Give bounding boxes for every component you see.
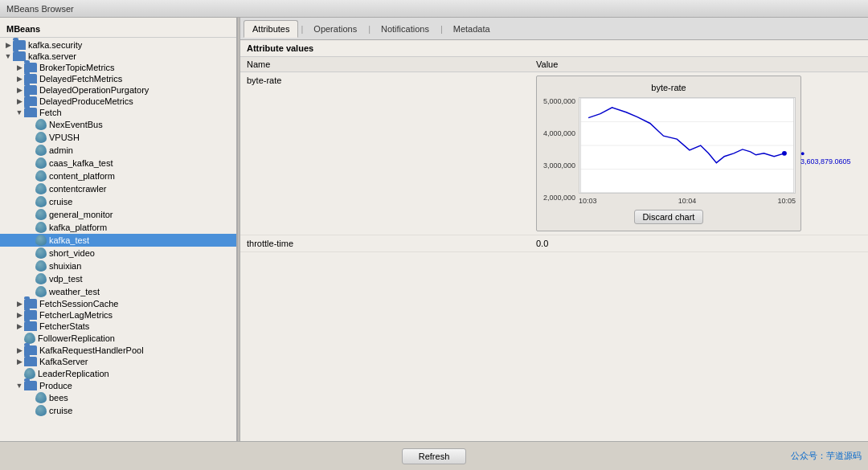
sidebar-item-cruise2[interactable]: cruise [0,404,236,417]
tabs-bar: Attributes | Operations | Notifications … [240,18,868,40]
sidebar-item-LeaderReplication[interactable]: LeaderReplication [0,367,236,380]
bean-icon [35,405,47,416]
tree-item-label: KafkaServer [39,357,88,366]
tree-item-label: short_video [49,248,95,258]
col-name: Name [240,57,530,72]
attr-name-throttle-time: throttle-time [240,235,530,252]
legend-value: 3,603,879.0605 [800,157,851,166]
sidebar-item-cruise[interactable]: cruise [0,195,236,208]
sidebar-item-general_monitor[interactable]: general_monitor [0,208,236,221]
expand-arrow[interactable] [3,52,13,60]
sidebar-item-admin[interactable]: admin [0,144,236,157]
sidebar-item-contentcrawler[interactable]: contentcrawler [0,182,236,195]
x-label-1005: 10:05 [778,197,796,205]
sidebar-item-content_platform[interactable]: content_platform [0,170,236,182]
tab-notifications[interactable]: Notifications [372,20,438,38]
expand-arrow[interactable] [14,108,24,116]
chart-plot-area: 10:03 10:04 10:05 [579,97,796,205]
x-label-1003: 10:03 [579,197,597,205]
expand-arrow[interactable] [14,322,24,330]
expand-arrow[interactable] [14,382,24,390]
tree-item-label: kafka_test [49,235,89,245]
sidebar-item-weather_test[interactable]: weather_test [0,285,236,298]
sidebar-item-kafka-security[interactable]: kafka.security [0,39,236,51]
sidebar-item-DelayedProduceMetrics[interactable]: DelayedProduceMetrics [0,96,236,107]
attributes-table: Name Value byte-rate byte-rate [240,57,868,252]
folder-icon [24,381,37,390]
attr-value-byte-rate: byte-rate 5,000,000 4,000,000 3,000,000 … [530,72,868,235]
sidebar-item-bees[interactable]: bees [0,391,236,404]
chart-svg [579,97,796,194]
legend-dot: ● [800,149,805,157]
tab-operations[interactable]: Operations [305,20,366,38]
bean-icon [35,235,47,246]
sidebar-item-Fetch[interactable]: Fetch [0,107,236,118]
watermark: 公众号：芋道源码 [791,450,862,462]
tree-item-label: LeaderReplication [38,369,109,378]
sidebar-item-FetcherLagMetrics[interactable]: FetcherLagMetrics [0,309,236,321]
tab-attributes[interactable]: Attributes [244,20,298,38]
tree-item-label: BrokerTopicMetrics [39,63,115,72]
attr-value-throttle-time: 0.0 [530,235,868,252]
tab-sep-3: | [440,24,443,34]
y-label-4m: 4,000,000 [543,129,575,137]
sidebar-item-DelayedFetchMetrics[interactable]: DelayedFetchMetrics [0,73,236,84]
sidebar-item-KafkaRequestHandlerPool[interactable]: KafkaRequestHandlerPool [0,345,236,356]
expand-arrow[interactable] [14,75,24,83]
tree-item-label: cruise [49,197,72,206]
sidebar-item-VPUSH[interactable]: VPUSH [0,131,236,144]
y-label-2m: 2,000,000 [543,194,575,202]
refresh-button[interactable]: Refresh [402,448,467,464]
bean-icon [35,286,47,297]
tab-sep-2: | [368,24,371,34]
y-axis-labels: 5,000,000 4,000,000 3,000,000 2,000,000 [543,97,575,202]
sidebar-item-NexEventBus[interactable]: NexEventBus [0,118,236,131]
expand-arrow[interactable] [3,41,13,49]
bean-icon [35,132,47,143]
expand-arrow[interactable] [14,300,24,308]
content-area: MBeans kafka.securitykafka.serverBrokerT… [0,18,868,441]
bean-icon [24,333,35,344]
tree-item-label: FollowerReplication [38,333,115,343]
discard-chart-button[interactable]: Discard chart [634,210,704,224]
sidebar-item-DelayedOperationPurgatory[interactable]: DelayedOperationPurgatory [0,84,236,96]
folder-icon [24,357,37,366]
bean-icon [35,145,47,156]
watermark-text: 公众号： [791,451,826,460]
expand-arrow[interactable] [14,346,24,354]
tree-container: kafka.securitykafka.serverBrokerTopicMet… [0,39,236,417]
tree-item-label: NexEventBus [49,120,103,129]
expand-arrow[interactable] [14,86,24,94]
tree-item-label: VPUSH [49,133,80,142]
tree-item-label: cruise [49,406,72,415]
sidebar-item-kafka_platform[interactable]: kafka_platform [0,221,236,234]
x-label-1004: 10:04 [678,197,697,205]
sidebar-item-short_video[interactable]: short_video [0,247,236,260]
table-row: byte-rate byte-rate 5,000,000 4,000,000 [240,72,868,235]
attr-name-byte-rate: byte-rate [240,72,530,235]
expand-arrow[interactable] [14,358,24,366]
table-row: throttle-time 0.0 [240,235,868,252]
expand-arrow[interactable] [14,311,24,319]
sidebar-item-caas_kafka_test[interactable]: caas_kafka_test [0,157,236,170]
sidebar-item-FetcherStats[interactable]: FetcherStats [0,321,236,332]
sidebar-item-shuixian[interactable]: shuixian [0,260,236,272]
watermark-highlight: 芋道源码 [826,451,862,460]
tree-item-label: caas_kafka_test [49,158,113,168]
tab-metadata[interactable]: Metadata [444,20,499,38]
expand-arrow[interactable] [14,63,24,72]
sidebar-item-BrokerTopicMetrics[interactable]: BrokerTopicMetrics [0,62,236,73]
svg-point-3 [782,151,787,156]
x-axis-labels: 10:03 10:04 10:05 [579,195,796,205]
sidebar-item-vdp_test[interactable]: vdp_test [0,272,236,285]
sidebar-item-Produce[interactable]: Produce [0,380,236,391]
sidebar-item-FetchSessionCache[interactable]: FetchSessionCache [0,298,236,309]
expand-arrow[interactable] [14,97,24,105]
app-title: MBeans Browser [6,4,74,14]
sidebar-item-kafka-server[interactable]: kafka.server [0,51,236,62]
tab-sep-1: | [301,24,303,34]
sidebar-item-kafka_test[interactable]: kafka_test [0,234,236,247]
attribute-values-header: Attribute values [240,40,868,57]
sidebar-item-FollowerReplication[interactable]: FollowerReplication [0,332,236,345]
sidebar-item-KafkaServer[interactable]: KafkaServer [0,356,236,367]
